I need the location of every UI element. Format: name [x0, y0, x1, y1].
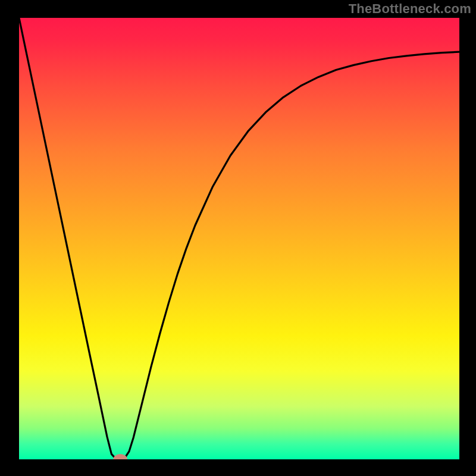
- watermark-text: TheBottleneck.com: [349, 1, 471, 17]
- optimum-marker: [113, 454, 127, 465]
- chart-frame: TheBottleneck.com: [0, 0, 476, 476]
- bottleneck-chart: [0, 0, 476, 476]
- gradient-background: [19, 18, 459, 459]
